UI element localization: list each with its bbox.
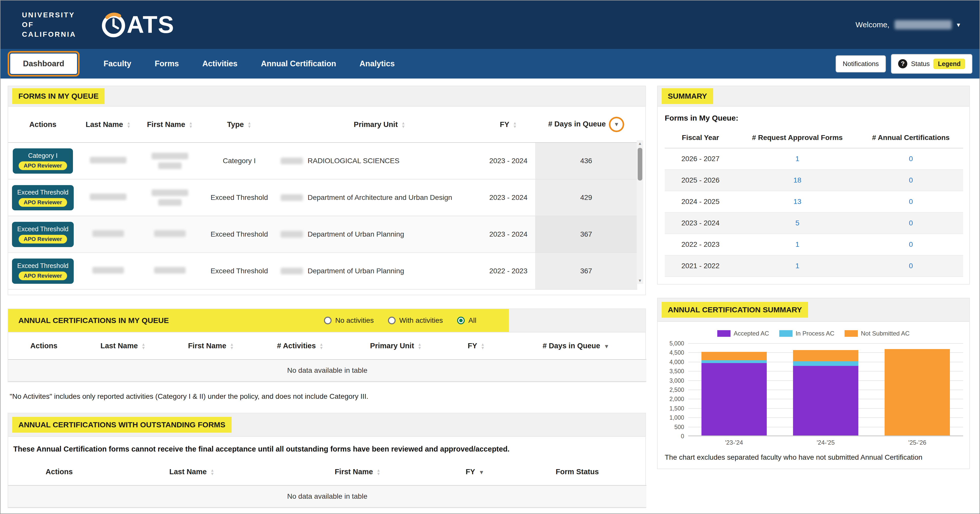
ac-in-my-queue-section: ANNUAL CERTIFICATIONS IN MY QUEUE No act… [8, 308, 646, 382]
x-axis-tick-label: '23-'24 [688, 439, 780, 446]
ac-outstanding-title: ANNUAL CERTIFICATIONS WITH OUTSTANDING F… [12, 417, 232, 433]
main-nav: Dashboard Faculty Forms Activities Annua… [0, 49, 980, 79]
forms-queue-header-bar: FORMS IN MY QUEUE [8, 86, 645, 106]
col-form-status-label: Form Status [555, 468, 599, 476]
legend-swatch [779, 330, 792, 337]
sort-desc-icon[interactable]: ▼ [604, 343, 609, 349]
sort-icon[interactable]: ▲▼ [230, 343, 234, 350]
oats-dashboard-window: UNIVERSITY OF CALIFORNIA ATS Welcome, ▾ … [0, 0, 980, 514]
forms-in-my-queue-section: FORMS IN MY QUEUE Actions Last Name▲▼ F [8, 86, 646, 295]
request-forms-link[interactable]: 13 [793, 198, 801, 206]
col-actions: Actions [8, 333, 80, 360]
annual-certs-link[interactable]: 0 [909, 219, 913, 227]
first-name-cell [139, 253, 201, 289]
sort-icon[interactable]: ▲▼ [189, 121, 193, 128]
legend-swatch [845, 330, 858, 337]
col-last-name: Last Name▲▼ [80, 333, 166, 360]
tab-activities[interactable]: Activities [191, 59, 249, 68]
sort-desc-icon[interactable]: ▼ [614, 121, 619, 128]
col-fy: FY▼ [442, 458, 508, 485]
sort-annotation-circle: ▼ [609, 117, 624, 132]
col-fy-label: FY [466, 468, 475, 476]
radio-no-activities[interactable]: No activities [324, 316, 374, 325]
forms-queue-header-row: Actions Last Name▲▼ First Name▲▼ Type▲▼ … [8, 106, 637, 143]
scrollbar-thumb[interactable] [638, 148, 642, 181]
annual-certs-link[interactable]: 0 [909, 176, 913, 184]
annual-certs-link[interactable]: 0 [909, 198, 913, 206]
annual-certs-link[interactable]: 0 [909, 262, 913, 270]
tab-faculty[interactable]: Faculty [92, 59, 143, 68]
sort-icon[interactable]: ▲▼ [377, 469, 380, 476]
col-actions: Actions [8, 106, 78, 143]
welcome-area: Welcome, ▾ [856, 20, 960, 29]
sort-icon[interactable]: ▲▼ [481, 343, 485, 350]
bar-segment [702, 352, 767, 360]
legend-item: Not Submitted AC [845, 330, 910, 337]
redacted-first-name [154, 267, 186, 274]
sort-desc-icon[interactable]: ▼ [479, 469, 484, 476]
primary-unit-cell: Department of Urban Planning [277, 253, 482, 289]
scroll-up-icon[interactable]: ▲ [638, 140, 642, 147]
col-primary-unit-label: Primary Unit [370, 342, 414, 350]
form-action-button[interactable]: Exceed Threshold APO Reviewer [12, 185, 73, 210]
tab-analytics[interactable]: Analytics [348, 59, 407, 68]
first-name-cell [139, 216, 201, 253]
col-actions-label: Actions [29, 121, 56, 128]
request-forms-link[interactable]: 1 [795, 240, 799, 248]
col-type: Type▲▼ [201, 106, 277, 143]
sort-icon[interactable]: ▲▼ [210, 469, 214, 476]
table-row: 2023 - 2024 5 0 [665, 213, 963, 234]
form-action-button[interactable]: Category I APO Reviewer [13, 148, 73, 174]
sort-icon[interactable]: ▲▼ [418, 343, 422, 350]
request-forms-cell: 5 [736, 213, 859, 234]
stacked-bar [793, 350, 858, 435]
annual-certs-link[interactable]: 0 [909, 155, 913, 163]
legend-label: Accepted AC [733, 330, 769, 337]
actions-cell: Exceed Threshold APO Reviewer [8, 216, 78, 253]
form-action-button[interactable]: Exceed Threshold APO Reviewer [12, 222, 73, 247]
ac-summary-title: ANNUAL CERTIFICATION SUMMARY [662, 302, 808, 318]
radio-all[interactable]: All [457, 316, 476, 325]
status-legend-button[interactable]: ? Status Legend [891, 54, 972, 74]
y-axis-tick-label: 0 [681, 433, 684, 440]
unit-name: Department of Urban Planning [308, 267, 404, 275]
sort-icon[interactable]: ▲▼ [319, 343, 323, 350]
status-label: Status [911, 60, 930, 68]
days-cell: 436 [535, 143, 637, 179]
request-forms-link[interactable]: 1 [795, 262, 799, 270]
annual-certs-link[interactable]: 0 [909, 240, 913, 248]
scroll-down-icon[interactable]: ▼ [638, 278, 642, 284]
bar-segment [885, 349, 950, 435]
sort-icon[interactable]: ▲▼ [401, 121, 405, 128]
bar-segment [702, 360, 767, 363]
radio-icon [388, 317, 396, 324]
ac-outstanding-header-row: Actions Last Name▲▼ First Name▲▼ FY▼ For… [8, 458, 646, 485]
request-forms-link[interactable]: 18 [793, 176, 801, 184]
col-request-approval-forms: # Request Approval Forms [736, 127, 859, 148]
annual-certs-cell: 0 [859, 213, 963, 234]
sort-icon[interactable]: ▲▼ [141, 343, 145, 350]
col-last-name-label: Last Name [100, 342, 138, 350]
user-menu-caret-icon[interactable]: ▾ [957, 21, 960, 29]
sort-icon[interactable]: ▲▼ [247, 121, 251, 128]
tab-forms[interactable]: Forms [143, 59, 191, 68]
vertical-scrollbar[interactable]: ▲ ▼ [637, 140, 643, 284]
sort-icon[interactable]: ▲▼ [513, 121, 517, 128]
request-forms-link[interactable]: 5 [795, 219, 799, 227]
radio-label: All [468, 316, 476, 325]
summary-table: Fiscal Year # Request Approval Forms # A… [665, 127, 963, 277]
col-primary-unit: Primary Unit▲▼ [345, 333, 447, 360]
redacted-last-name [92, 267, 124, 274]
tab-dashboard[interactable]: Dashboard [10, 54, 77, 74]
notifications-button[interactable]: Notifications [836, 56, 886, 72]
radio-icon [324, 317, 332, 324]
col-fiscal-year: Fiscal Year [665, 127, 736, 148]
summary-header-row: Fiscal Year # Request Approval Forms # A… [665, 127, 963, 148]
radio-with-activities[interactable]: With activities [388, 316, 443, 325]
table-row: Exceed Threshold APO Reviewer Exceed Thr… [8, 253, 637, 289]
sort-icon[interactable]: ▲▼ [127, 121, 130, 128]
tab-annual-certification[interactable]: Annual Certification [249, 59, 348, 68]
col-first-name: First Name▲▼ [274, 458, 442, 485]
form-action-button[interactable]: Exceed Threshold APO Reviewer [12, 259, 73, 284]
request-forms-link[interactable]: 1 [795, 155, 799, 163]
